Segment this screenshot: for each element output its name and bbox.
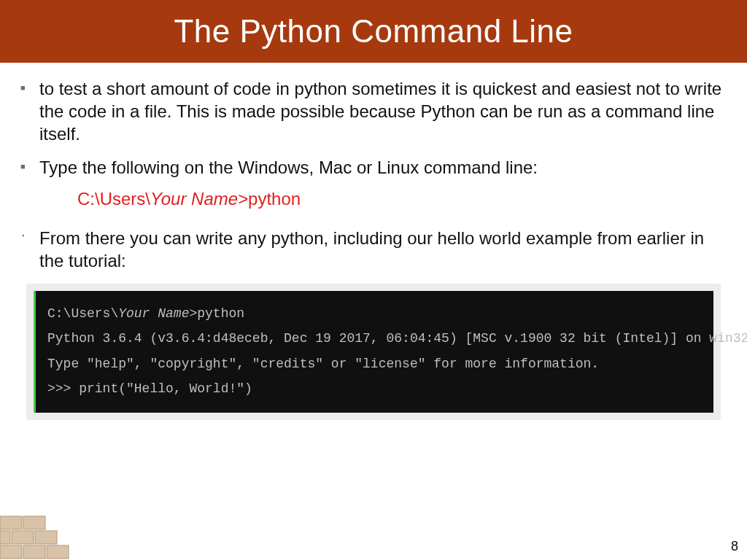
command-username: Your Name (150, 189, 238, 209)
terminal-line: Python 3.6.4 (v3.6.4:d48eceb, Dec 19 201… (47, 326, 702, 351)
command-gt: > (238, 189, 248, 209)
svg-rect-7 (23, 516, 45, 529)
page-number: 8 (731, 539, 738, 554)
terminal-rest: >python (189, 306, 244, 321)
svg-rect-5 (35, 531, 57, 544)
slide: The Python Command Line to test a short … (0, 0, 747, 560)
brick-decoration-icon (0, 509, 73, 560)
terminal-line: C:\Users\Your Name>python (47, 301, 702, 326)
bullet-item: From there you can write any python, inc… (20, 227, 727, 272)
svg-rect-6 (0, 516, 22, 529)
command-prefix: C:\Users\ (77, 189, 150, 209)
svg-rect-4 (12, 531, 34, 544)
terminal-line: Type "help", "copyright", "credits" or "… (47, 351, 702, 376)
svg-rect-2 (47, 545, 69, 559)
bullet-list: to test a short amount of code in python… (20, 77, 727, 179)
title-bar: The Python Command Line (0, 0, 747, 63)
bullet-list-2: From there you can write any python, inc… (20, 227, 727, 272)
terminal-username: Your Name (118, 306, 189, 321)
command-example: C:\Users\Your Name>python (77, 189, 727, 209)
terminal-container: C:\Users\Your Name>python Python 3.6.4 (… (26, 284, 721, 420)
svg-rect-0 (0, 545, 22, 559)
slide-title: The Python Command Line (0, 13, 747, 50)
terminal-prefix: C:\Users\ (47, 306, 118, 321)
command-text: python (248, 189, 301, 209)
bullet-item: to test a short amount of code in python… (20, 77, 727, 146)
slide-content: to test a short amount of code in python… (0, 63, 747, 420)
bullet-item: Type the following on the Windows, Mac o… (20, 156, 727, 179)
terminal: C:\Users\Your Name>python Python 3.6.4 (… (34, 291, 713, 413)
svg-rect-3 (0, 531, 10, 544)
svg-rect-1 (23, 545, 45, 559)
terminal-line: >>> print("Hello, World!") (47, 376, 702, 401)
